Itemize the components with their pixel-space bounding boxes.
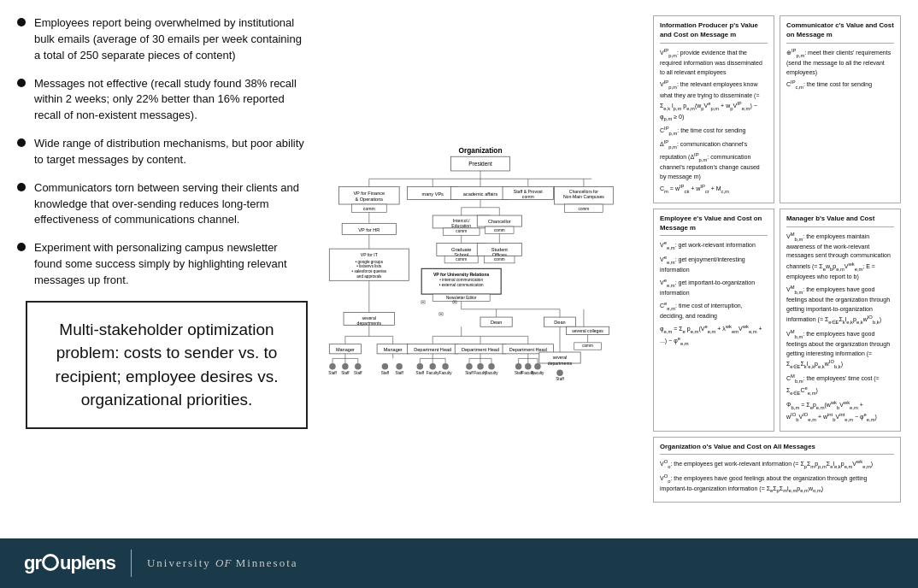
- univ-lower: niversity: [156, 556, 215, 569]
- svg-point-134: [466, 363, 472, 369]
- bullet-icon: [17, 243, 26, 251]
- formula-content-5: VOo: the employees get work-relevant inf…: [660, 458, 894, 495]
- bullet-text-2: Messages not effective (recall study fou…: [34, 76, 308, 125]
- bullet-text-5: Experiment with personalizing campus new…: [34, 240, 308, 289]
- svg-text:academic affairs: academic affairs: [463, 191, 498, 197]
- svg-text:Staff: Staff: [465, 371, 474, 375]
- svg-text:• salesforce queries: • salesforce queries: [352, 269, 387, 273]
- bullet-icon: [17, 18, 26, 26]
- svg-text:VP for HR: VP for HR: [358, 227, 380, 232]
- svg-text:✉: ✉: [438, 310, 444, 318]
- svg-text:✉: ✉: [421, 298, 426, 306]
- middle-formula-row: Employee e's Value and Cost on Message m…: [653, 209, 901, 432]
- svg-point-96: [329, 363, 335, 369]
- svg-text:Department Head: Department Head: [414, 347, 451, 352]
- formula-content-2: ⊕IPp,m: meet their clients' requirements…: [786, 47, 894, 91]
- svg-text:President: President: [468, 161, 492, 167]
- callout-text: Multi-stakeholder optimization problem: …: [56, 320, 279, 409]
- svg-text:Dean: Dean: [491, 320, 502, 325]
- formula-content-3: Vee,m: get work-relevant information Vee…: [660, 239, 768, 347]
- svg-text:Chancellors for: Chancellors for: [569, 189, 599, 194]
- bullet-list: Employees report being overwhelmed by in…: [17, 15, 308, 289]
- svg-text:comm: comm: [363, 206, 375, 211]
- top-formula-row: Information Producer p's Value and Cost …: [653, 15, 901, 203]
- svg-text:Department Head: Department Head: [462, 347, 499, 352]
- list-item: Employees report being overwhelmed by in…: [17, 15, 308, 64]
- svg-text:Staff: Staff: [328, 371, 337, 375]
- svg-text:Staff: Staff: [416, 371, 425, 375]
- svg-text:• external communication: • external communication: [439, 283, 484, 287]
- svg-text:several: several: [553, 355, 567, 360]
- svg-point-120: [417, 363, 423, 369]
- univ-minnesota: M: [236, 556, 248, 569]
- svg-text:Manager: Manager: [384, 347, 403, 352]
- svg-text:Faculty: Faculty: [427, 371, 440, 375]
- svg-text:• google groups: • google groups: [356, 260, 384, 264]
- right-panel: Information Producer p's Value and Cost …: [653, 15, 901, 530]
- svg-point-158: [556, 369, 562, 375]
- svg-text:comm: comm: [456, 257, 467, 262]
- svg-text:Staff: Staff: [556, 377, 564, 381]
- svg-text:Non-Main Campuses: Non-Main Campuses: [563, 195, 604, 200]
- footer-logo: gr uplens: [24, 552, 115, 574]
- svg-text:several: several: [362, 315, 376, 320]
- svg-text:Staff: Staff: [395, 371, 403, 375]
- svg-text:Staff: Staff: [381, 371, 390, 375]
- formula-box-manager: Manager b's Value and Cost VMb,m: the em…: [780, 209, 901, 432]
- svg-text:VP for University Relations: VP for University Relations: [433, 272, 490, 277]
- svg-text:comm: comm: [456, 230, 467, 234]
- svg-text:departments: departments: [548, 361, 573, 366]
- svg-text:• listservs lists: • listservs lists: [356, 264, 382, 268]
- svg-point-150: [525, 363, 531, 369]
- formula-title-2: Communicator c's Value and Cost on Messa…: [786, 21, 894, 44]
- formula-title-3: Employee e's Value and Cost on Message m: [660, 215, 768, 237]
- bullet-icon: [17, 79, 26, 87]
- svg-text:Student: Student: [491, 247, 509, 252]
- svg-point-122: [429, 363, 435, 369]
- formula-box-employee: Employee e's Value and Cost on Message m…: [653, 209, 774, 432]
- svg-point-148: [515, 363, 521, 369]
- svg-text:comm: comm: [522, 194, 534, 199]
- svg-text:Newsletter Editor: Newsletter Editor: [446, 296, 477, 300]
- svg-text:Chancellor: Chancellor: [488, 219, 511, 224]
- formula-box-organization: Organization o's Value and Cost on All M…: [653, 437, 901, 503]
- list-item: Messages not effective (recall study fou…: [17, 76, 308, 125]
- svg-text:Organization: Organization: [458, 147, 502, 156]
- svg-text:comm: comm: [494, 257, 505, 262]
- svg-text:and approvals: and approvals: [356, 274, 382, 279]
- svg-text:many VPs: many VPs: [421, 191, 444, 197]
- footer: gr uplens University of Minnesota: [0, 538, 918, 588]
- formula-box-producer: Information Producer p's Value and Cost …: [653, 15, 774, 203]
- bullet-icon: [17, 183, 26, 191]
- svg-text:comm: comm: [582, 344, 593, 348]
- bullet-text-1: Employees report being overwhelmed by in…: [34, 15, 308, 64]
- svg-text:several colleges: several colleges: [572, 328, 603, 333]
- svg-text:VP for Finance: VP for Finance: [353, 191, 385, 196]
- svg-text:VP for IT: VP for IT: [361, 252, 378, 257]
- university-name: University of Minnesota: [147, 556, 298, 570]
- footer-divider: [131, 550, 132, 577]
- main-content: Employees report being overwhelmed by in…: [0, 0, 918, 538]
- svg-point-106: [382, 363, 388, 369]
- svg-text:• internal communication: • internal communication: [439, 278, 483, 282]
- svg-point-152: [534, 363, 540, 369]
- svg-point-98: [342, 363, 348, 369]
- svg-point-124: [442, 363, 448, 369]
- list-item: Communicators torn between serving their…: [17, 180, 308, 229]
- svg-text:Manager: Manager: [336, 347, 355, 352]
- logo-lens-icon: [42, 554, 59, 571]
- svg-point-108: [396, 363, 402, 369]
- formula-title-1: Information Producer p's Value and Cost …: [660, 21, 768, 44]
- left-panel: Employees report being overwhelmed by in…: [17, 15, 308, 530]
- svg-text:Staff: Staff: [354, 371, 362, 375]
- svg-text:Graduate: Graduate: [451, 247, 471, 252]
- svg-text:comm: comm: [494, 228, 505, 232]
- middle-panel: Organization President VP for Finance & …: [321, 15, 639, 530]
- univ-of: of: [215, 556, 236, 569]
- list-item: Experiment with personalizing campus new…: [17, 240, 308, 289]
- formula-content-4: VMb,m: the employees maintain awareness …: [786, 231, 894, 424]
- university-label: U: [147, 556, 156, 569]
- org-chart: Organization President VP for Finance & …: [321, 15, 639, 530]
- svg-point-136: [477, 363, 483, 369]
- list-item: Wide range of distribution mechanisms, b…: [17, 136, 308, 168]
